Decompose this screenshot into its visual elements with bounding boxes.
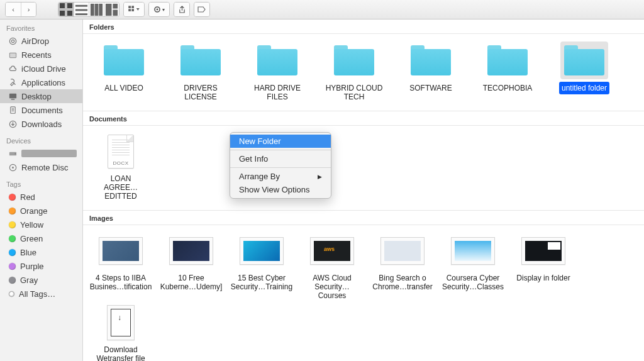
svg-rect-5 [75,9,87,11]
arrange-button[interactable] [124,3,144,16]
image-item-7[interactable]: Download Wetransfer file [86,302,156,361]
back-button[interactable]: ‹ [6,3,21,16]
tag-label: Purple [20,262,44,271]
image-item-4[interactable]: Bing Search o Chrome…transfer [367,230,438,302]
item-label: DRIVERS LICENSE [181,82,219,103]
sidebar-item-icloud[interactable]: iCloud Drive [0,62,82,75]
airdrop-icon [8,36,18,46]
share-button[interactable] [174,3,189,16]
tag-green[interactable]: Green [0,231,82,245]
folder-untitled[interactable]: untitled folder [546,39,623,103]
sidebar-item-device-0[interactable] [0,147,82,160]
sidebar-item-label: Downloads [21,119,62,129]
favorites-title: Favorites [0,23,82,34]
sidebar-item-downloads[interactable]: Downloads [0,117,82,131]
forward-button[interactable]: › [21,3,36,16]
svg-rect-12 [113,9,118,16]
column-view-button[interactable] [89,3,104,16]
folder-drivers-license[interactable]: DRIVERS LICENSE [162,39,239,103]
folder-all-video[interactable]: ALL VIDEO [86,39,162,103]
image-item-5[interactable]: Coursera Cyber Security…Classes [438,230,508,302]
image-item-0[interactable]: 4 Steps to IIBA Busines…tification [86,230,156,302]
docx-icon: DOCX [108,135,134,169]
menu-get-info[interactable]: Get Info [230,152,331,165]
image-icon [107,305,135,340]
sidebar-item-label: Remote Disc [21,163,68,172]
gallery-view-button[interactable] [104,3,119,16]
folder-software[interactable]: SOFTWARE [392,39,469,103]
documents-grid: DOCX LOAN AGREE…EDITTED [83,126,644,211]
view-group [58,2,119,17]
menu-arrange-by[interactable]: Arrange By▶ [230,170,331,183]
list-view-button[interactable] [74,3,89,16]
image-icon [169,237,213,265]
menu-label: Show View Options [239,185,310,194]
image-item-2[interactable]: 15 Best Cyber Security…Training [226,230,297,302]
folder-icon [334,45,374,75]
svg-rect-7 [91,3,94,15]
folder-hybrid-cloud-tech[interactable]: HYBRID CLOUD TECH [316,39,392,103]
applications-icon [8,77,18,87]
toolbar: ‹ › ▾ [0,0,644,19]
image-icon [240,237,284,265]
sidebar-item-documents[interactable]: Documents [0,103,82,117]
svg-rect-15 [128,9,131,11]
menu-label: New Folder [239,136,280,146]
action-button[interactable]: ▾ [149,3,169,16]
sidebar: Favorites AirDrop Recents iCloud Drive A… [0,19,83,361]
nav-group: ‹ › [5,2,36,17]
tag-dot-icon [9,249,16,256]
image-item-6[interactable]: Display in folder [508,230,579,302]
menu-show-view-options[interactable]: Show View Options [230,183,331,196]
tag-dot-icon [9,263,16,270]
item-label: Coursera Cyber Security…Classes [440,272,506,293]
folder-icon [487,45,528,75]
tag-purple[interactable]: Purple [0,259,82,273]
menu-new-folder[interactable]: New Folder [230,135,331,148]
tag-label: All Tags… [19,289,55,299]
svg-point-20 [11,40,14,42]
image-item-3[interactable]: AWS Cloud Security…Courses [297,230,367,302]
downloads-icon [8,119,18,129]
tags-list: Red Orange Yellow Green Blue Purple Gray… [0,190,82,301]
tag-label: Gray [20,275,38,285]
doc-loan-agreement[interactable]: DOCX LOAN AGREE…EDITTED [86,131,156,203]
desktop-icon [8,91,18,101]
sidebar-item-label: iCloud Drive [21,64,66,74]
tag-gray[interactable]: Gray [0,273,82,287]
tag-button[interactable] [194,3,209,16]
tag-all[interactable]: All Tags… [0,287,82,301]
svg-rect-2 [60,11,65,16]
tag-blue[interactable]: Blue [0,245,82,259]
sidebar-item-airdrop[interactable]: AirDrop [0,34,82,48]
recents-icon [8,50,18,60]
svg-point-18 [157,9,158,11]
folder-icon [104,45,144,75]
folder-hard-drive-files[interactable]: HARD DRIVE FILES [239,39,316,103]
chevron-right-icon: ▶ [318,174,322,180]
item-label: LOAN AGREE…EDITTED [87,172,155,203]
documents-icon [8,105,18,115]
sidebar-item-label: Desktop [21,92,52,101]
gear-icon: ▾ [153,6,165,13]
image-icon [521,237,565,265]
folder-tecophobia[interactable]: TECOPHOBIA [469,39,546,103]
item-label: Display in folder [514,272,572,284]
icon-view-button[interactable] [58,3,74,16]
folder-icon [411,45,451,75]
tag-red[interactable]: Red [0,190,82,204]
item-label: HYBRID CLOUD TECH [323,82,386,103]
tag-orange[interactable]: Orange [0,204,82,218]
image-item-1[interactable]: 10 Free Kuberne…Udemy] [156,230,226,302]
tag-yellow[interactable]: Yellow [0,218,82,231]
devices-title: Devices [0,136,82,147]
sidebar-item-desktop[interactable]: Desktop [0,89,82,103]
sidebar-item-remote-disc[interactable]: Remote Disc [0,160,82,174]
svg-rect-0 [60,3,65,8]
action-group: ▾ [148,2,170,17]
svg-rect-16 [131,9,134,11]
sidebar-item-recents[interactable]: Recents [0,48,82,62]
svg-rect-24 [11,99,14,99]
folders-grid: ALL VIDEO DRIVERS LICENSE HARD DRIVE FIL… [83,34,644,111]
sidebar-item-applications[interactable]: Applications [0,75,82,89]
